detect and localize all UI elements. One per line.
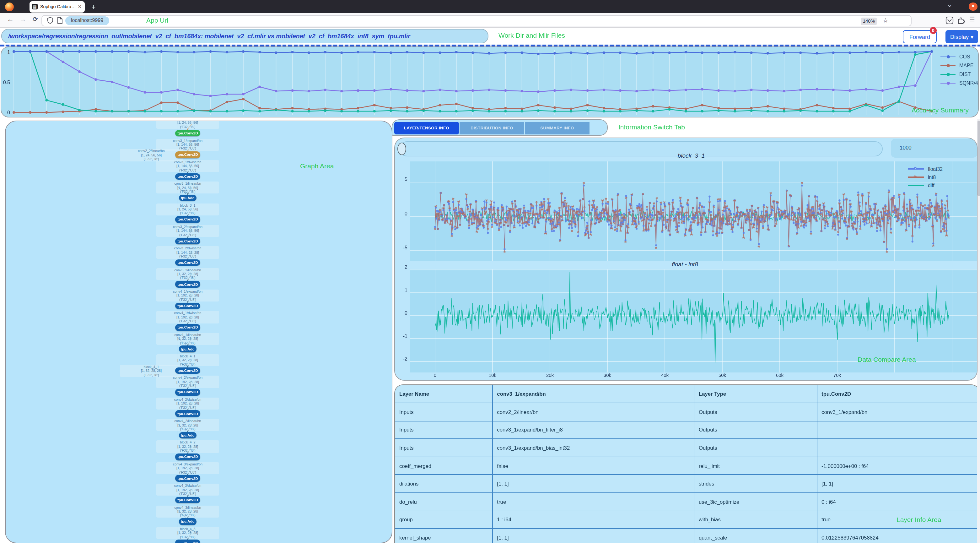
display-label: Display [950,33,969,40]
back-button[interactable]: ← [7,15,14,22]
graph-node-conv3_1/dwise/bn[interactable]: tpu.Conv2D [175,151,200,158]
table-cell: conv3_1/expand/bn_filter_i8 [493,421,694,438]
table-cell: true [493,493,694,510]
tab-distribution-info[interactable]: DISTRIBUTION INFO [460,121,524,134]
cmp-ytick-5: 5 [396,176,407,182]
graph-node-conv4_2/dwise/bn[interactable]: tpu.Conv2D [175,389,200,395]
favicon-icon: ▦ [32,4,38,10]
graph-node-block_4_3[interactable]: tpu.Add [179,518,197,525]
firefox-icon[interactable] [5,2,14,11]
display-button[interactable]: Display▾ [945,30,978,43]
scrollbar-thumb[interactable] [977,121,980,196]
diff-ytick-2: 2 [396,264,407,270]
page-icon[interactable] [57,17,63,24]
accuracy-summary-panel[interactable]: 1 0.5 0 COSMAPEDISTSQNR/42.9 [1,46,979,117]
legend-item-SQNR/42.9[interactable]: SQNR/42.9 [940,79,979,88]
graph-node-conv3_2/linear/bn[interactable]: tpu.Conv2D [175,260,200,266]
graph-node-block_3_1[interactable]: tpu.Add [179,195,197,201]
graph-node-conv4_1/linear/bn[interactable]: tpu.Conv2D [175,324,200,331]
legend-item-diff[interactable]: diff [908,181,943,189]
legend-item-DIST[interactable]: DIST [940,70,979,79]
table-cell: [1, 1] [493,529,694,543]
legend-line [940,74,956,75]
table-header-row: Layer Nameconv3_1/expand/bnLayer Typetpu… [395,385,979,403]
table-cell: use_3ic_optimize [694,493,817,510]
browser-tab[interactable]: ▦ Sophgo Calibration-Anal ✕ [30,1,85,12]
side-label-block_4_1: block_4_1[1, 32, 28, 28]('F32', 'I8') [120,365,183,377]
browser-titlebar: ▦ Sophgo Calibration-Anal ✕ + ⌄ ✕ [0,0,980,13]
table-cell [817,421,979,438]
table-cell: tpu.Conv2D [817,385,979,403]
graph-node-conv3_1/expand/bn[interactable]: tpu.Conv2D [175,130,200,137]
legend-item-MAPE[interactable]: MAPE [940,61,979,70]
graph-node-conv4_2/linear/bn[interactable]: tpu.Conv2D [175,411,200,417]
menu-hamburger-icon[interactable]: ☰ [969,16,975,22]
url-text[interactable]: localhost:9999 [65,16,109,25]
shield-icon[interactable] [47,17,53,24]
legend-label: MAPE [959,63,974,68]
graph-node-conv3_2/dwise/bn[interactable]: tpu.Conv2D [175,238,200,244]
list-tabs-chevron-icon[interactable]: ⌄ [947,1,952,9]
extensions-puzzle-icon[interactable] [958,16,966,24]
annotation-info-switch: Information Switch Tab [618,123,685,131]
graph-node-conv3_2/expand/bn[interactable]: tpu.Conv2D [175,216,200,223]
graph-node-conv4_3/linear/bn[interactable]: tpu.Conv2D [175,497,200,503]
table-cell: 1 : i64 [493,511,694,528]
legend-label: DIST [959,72,970,77]
table-cell: [1, 1] [817,475,979,492]
x-tick-label: 30k [598,373,616,378]
x-tick-label: 0 [426,373,444,378]
table-row: dilations[1, 1]strides[1, 1] [395,475,979,493]
forward-nav-button[interactable]: → [19,15,26,22]
edge-label-conv4_2/dwise/bn: conv4_2/dwise/bn[1, 192, 28, 28]('F32', … [156,397,219,409]
x-tick-label: 60k [771,373,789,378]
tensor-compare-chart[interactable] [410,161,977,261]
edge-label-conv3_1/dwise/bn: conv3_1/dwise/bn[1, 144, 56, 56]('F32', … [156,160,219,172]
table-cell: Inputs [395,421,493,438]
graph-node-conv4_3/dwise/bn[interactable]: tpu.Conv2D [175,475,200,482]
annotation-layer-info: Layer Info Area [897,516,941,523]
x-tick-label: 50k [713,373,731,378]
acc-ytick-0: 0 [4,110,10,115]
legend-marker-dot [947,73,950,76]
pocket-icon[interactable] [945,16,954,24]
edge-label-conv4_3/expand/bn: conv4_3/expand/bn[1, 192, 28, 28]('F32',… [156,462,219,474]
table-cell: coeff_merged [395,457,493,475]
url-bar[interactable]: localhost:9999 140% ☆ [41,15,912,26]
table-cell: false [493,457,694,475]
window-close-button[interactable]: ✕ [969,2,977,11]
side-label-conv2_2/linear/bn: conv2_2/linear/bn[1, 24, 56, 56]('F32', … [120,149,183,161]
graph-node-partial[interactable]: tpu.Conv2D [175,540,200,543]
new-tab-button[interactable]: + [89,1,99,12]
bookmark-star-icon[interactable]: ☆ [883,17,888,24]
table-cell: -1.000000e+00 : f64 [817,457,979,475]
legend-item-int8[interactable]: ✳int8 [908,173,943,181]
reload-button[interactable]: ⟳ [33,16,38,22]
table-cell: Outputs [694,421,817,438]
graph-node-block_4_2[interactable]: tpu.Add [179,432,197,438]
browser-navbar: ← → ⟳ localhost:9999 140% ☆ ☰ App Url [0,13,980,28]
tab-layer-tensor-info[interactable]: LAYER/TENSOR INFO [394,121,459,134]
legend-marker-x: ✳ [913,174,917,179]
graph-node-conv4_1/dwise/bn[interactable]: tpu.Conv2D [175,303,200,309]
legend-item-COS[interactable]: COS [940,53,979,61]
zoom-level-badge[interactable]: 140% [861,17,877,25]
graph-node-conv4_2/expand/bn[interactable]: tpu.Conv2D [175,367,200,374]
graph-node-conv4_3/expand/bn[interactable]: tpu.Conv2D [175,454,200,460]
workdir-path-pill[interactable]: /workspace/regression/regression_out/mob… [1,29,488,43]
x-tick-label: 40k [656,373,674,378]
graph-node-conv3_1/linear/bn[interactable]: tpu.Conv2D [175,173,200,180]
tab-summary-info[interactable]: SUMMARY INFO [525,121,590,134]
legend-line [908,168,924,169]
accuracy-chart[interactable] [9,48,938,116]
graph-node-conv4_1/expand/bn[interactable]: tpu.Conv2D [175,281,200,288]
graph-panel[interactable]: conv2_2/linear/bn[1, 24, 56, 56]('F32', … [5,121,392,543]
tab-close-icon[interactable]: ✕ [78,5,82,10]
range-slider-knob[interactable] [398,142,406,155]
graph-node-block_4_1[interactable]: tpu.Add [179,346,197,352]
legend-line [940,83,956,84]
table-cell: strides [694,475,817,492]
legend-label: diff [928,183,934,188]
points-count-box[interactable]: 1000 [891,139,977,158]
legend-item-float32[interactable]: float32 [908,165,943,173]
